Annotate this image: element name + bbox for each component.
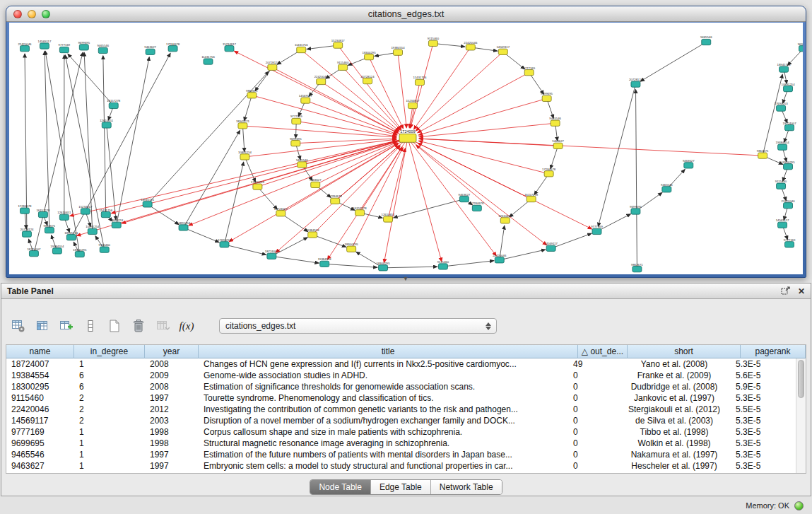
graph-node[interactable] [79, 45, 88, 50]
graph-node[interactable] [365, 54, 374, 60]
graph-node[interactable] [38, 211, 47, 217]
network-canvas[interactable]: 1724009193845541830029591154602242004614… [9, 23, 803, 274]
graph-node[interactable] [334, 42, 343, 48]
row-tools-icon[interactable] [83, 319, 98, 333]
graph-edge[interactable] [640, 42, 706, 82]
graph-edge[interactable] [70, 138, 408, 216]
graph-node[interactable] [59, 47, 69, 52]
graph-edge[interactable] [242, 126, 244, 152]
graph-edge[interactable] [419, 139, 763, 156]
graph-node[interactable] [758, 153, 767, 158]
graph-node[interactable] [785, 125, 794, 131]
graph-node[interactable] [59, 214, 69, 220]
table-scrollbar[interactable] [796, 358, 806, 473]
graph-node[interactable] [428, 40, 437, 46]
graph-node[interactable] [495, 257, 504, 263]
graph-edge[interactable] [408, 138, 496, 255]
graph-edge[interactable] [252, 95, 396, 135]
graph-node[interactable] [632, 267, 642, 272]
graph-edge[interactable] [224, 245, 266, 255]
graph-node[interactable] [292, 118, 301, 124]
graph-edge[interactable] [224, 162, 243, 245]
graph-node[interactable] [551, 120, 560, 126]
close-panel-icon[interactable]: ✕ [798, 287, 805, 296]
graph-edge[interactable] [408, 138, 547, 245]
graph-node[interactable] [399, 134, 416, 142]
graph-node[interactable] [524, 70, 534, 76]
graph-edge[interactable] [418, 98, 546, 135]
graph-node[interactable] [298, 162, 307, 168]
tab-network-table[interactable]: Network Table [431, 480, 502, 494]
graph-node[interactable] [784, 203, 793, 209]
graph-edge[interactable] [597, 214, 631, 232]
graph-node[interactable] [415, 79, 424, 85]
graph-edge[interactable] [103, 56, 106, 215]
graph-node[interactable] [268, 64, 277, 70]
graph-node[interactable] [331, 198, 340, 204]
graph-edge[interactable] [45, 51, 49, 230]
graph-node[interactable] [247, 93, 257, 98]
window-titlebar[interactable]: citations_edges.txt [6, 6, 806, 22]
table-settings-icon[interactable] [11, 319, 25, 333]
table-selector-dropdown[interactable]: citations_edges.txt [219, 318, 497, 334]
graph-node[interactable] [592, 228, 601, 234]
graph-edge[interactable] [388, 148, 405, 219]
graph-edge[interactable] [257, 141, 397, 187]
graph-edge[interactable] [418, 141, 548, 174]
graph-node[interactable] [40, 43, 49, 49]
graph-edge[interactable] [398, 52, 406, 128]
graph-edge[interactable] [416, 145, 505, 221]
graph-node[interactable] [98, 47, 107, 53]
graph-edge[interactable] [324, 264, 377, 267]
graph-node[interactable] [799, 46, 803, 52]
graph-edge[interactable] [636, 90, 637, 269]
graph-node[interactable] [320, 261, 329, 267]
graph-node[interactable] [276, 211, 286, 216]
graph-node[interactable] [662, 187, 671, 192]
graph-node[interactable] [253, 184, 262, 189]
graph-node[interactable] [394, 49, 403, 55]
graph-edge[interactable] [414, 47, 471, 129]
graph-node[interactable] [339, 64, 348, 70]
network-graph[interactable]: 1724009193845541830029591154602242004614… [9, 23, 803, 274]
table-row[interactable]: 1872400712008Changes of HCN gene express… [6, 358, 796, 370]
graph-node[interactable] [472, 205, 481, 211]
new-table-icon[interactable] [107, 319, 122, 333]
graph-edge[interactable] [551, 146, 558, 168]
table-row[interactable]: 1456911722003Disruption of a novel membe… [6, 415, 796, 426]
graph-edge[interactable] [271, 238, 307, 257]
table-row[interactable]: 946554611997Estimation of the future num… [6, 449, 796, 460]
graph-node[interactable] [363, 78, 372, 83]
graph-node[interactable] [168, 46, 177, 52]
minimize-window-button[interactable] [28, 10, 36, 18]
import-table-icon[interactable] [155, 319, 170, 333]
graph-node[interactable] [317, 78, 326, 84]
graph-node[interactable] [101, 211, 110, 217]
graph-edge[interactable] [500, 250, 546, 260]
graph-node[interactable] [112, 222, 121, 228]
column-header-year[interactable]: year [145, 345, 199, 358]
graph-edge[interactable] [321, 81, 399, 132]
graph-node[interactable] [355, 210, 365, 216]
graph-node[interactable] [301, 98, 310, 103]
graph-edge[interactable] [111, 138, 408, 213]
graph-edge[interactable] [419, 123, 555, 136]
graph-node[interactable] [785, 242, 794, 247]
graph-node[interactable] [81, 209, 90, 214]
graph-edge[interactable] [443, 261, 494, 267]
graph-node[interactable] [702, 39, 711, 45]
graph-node[interactable] [459, 196, 469, 201]
graph-node[interactable] [684, 163, 693, 168]
graph-edge[interactable] [312, 235, 346, 247]
graph-node[interactable] [466, 45, 475, 50]
graph-edge[interactable] [242, 126, 396, 137]
graph-edge[interactable] [271, 256, 319, 263]
graph-node[interactable] [238, 123, 247, 129]
graph-edge[interactable] [65, 55, 104, 250]
graph-node[interactable] [204, 59, 213, 64]
graph-node[interactable] [777, 183, 786, 189]
graph-node[interactable] [498, 49, 507, 54]
graph-node[interactable] [109, 103, 118, 108]
graph-edge[interactable] [34, 52, 83, 254]
table-row[interactable]: 1830029562008Estimation of significance … [6, 381, 796, 392]
